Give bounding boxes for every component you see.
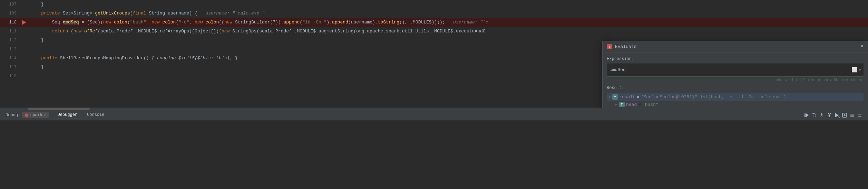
result-row-head[interactable]: ▶ f head = "bash"	[607, 101, 864, 108]
main-container: 107 } 109 private Set<String> getUnixGro…	[0, 0, 868, 189]
result-section: Result: ▼ ∞ result = {$colon$colon@10251…	[607, 86, 864, 108]
session-close[interactable]: ×	[44, 113, 46, 118]
step-out-button[interactable]	[827, 112, 832, 118]
line-num-111: 111	[0, 29, 21, 34]
evaluate-button[interactable]	[842, 112, 847, 118]
svg-rect-12	[829, 116, 830, 117]
svg-point-2	[25, 113, 28, 117]
svg-text:!: !	[609, 45, 611, 48]
result-value-root-str: "List(bash, -c, id -Gn `calc.exe`)"	[695, 94, 789, 100]
result-value-root: {$colon$colon@10251}	[641, 94, 695, 100]
type-badge-head: f	[619, 102, 625, 107]
debug-tabs: Debug: spark × Debugger Console	[0, 110, 868, 120]
code-line-111: 111 return (new ofRef(scala.Predef..MODU…	[0, 27, 868, 36]
line-num-117: 117	[0, 65, 21, 70]
line-num-118: 118	[0, 74, 21, 79]
svg-rect-10	[822, 117, 823, 117]
restore-layout-button[interactable]	[857, 112, 862, 118]
debug-bar: Debug: spark × Debugger Console	[0, 110, 868, 189]
result-name-head: head	[626, 102, 637, 107]
svg-marker-11	[828, 114, 830, 116]
line-num-113: 113	[0, 47, 21, 52]
svg-line-15	[838, 117, 840, 118]
input-icons: ⬜ ▼	[851, 67, 861, 73]
result-row-root[interactable]: ▼ ∞ result = {$colon$colon@10251} "List(…	[607, 93, 864, 101]
code-content-111: return (new ofRef(scala.Predef..MODULE$.…	[28, 27, 868, 36]
dialog-title-text: Evaluate	[615, 44, 636, 49]
expression-wrapper: ⬜ ▼	[607, 63, 864, 76]
execution-arrow	[22, 20, 26, 25]
dropdown-icon[interactable]: ▼	[859, 67, 861, 72]
tab-console[interactable]: Console	[83, 111, 108, 119]
result-value-head: "bash"	[642, 102, 659, 107]
line-num-114: 114	[0, 56, 21, 61]
scrollbar-thumb[interactable]	[28, 108, 90, 110]
line-num-110: 110	[0, 20, 21, 25]
code-content-109: private Set<String> getUnixGroups(final …	[28, 9, 868, 18]
result-equals-root: =	[637, 94, 640, 100]
tab-debugger[interactable]: Debugger	[53, 111, 81, 119]
type-badge-root: ∞	[612, 94, 618, 100]
line-num-107: 107	[0, 2, 21, 7]
result-tree: ▼ ∞ result = {$colon$colon@10251} "List(…	[607, 93, 864, 108]
expression-hint: Use Ctrl+Shift+Enter to add to Watches	[607, 77, 864, 83]
debug-label: Debug: spark ×	[3, 112, 52, 118]
debug-content	[0, 120, 868, 189]
evaluate-dialog: ! Evaluate × Expression: ⬜ ▼ Use Ct	[602, 41, 868, 108]
dialog-header: ! Evaluate ×	[603, 41, 868, 52]
settings-button[interactable]	[849, 112, 855, 118]
expand-icon[interactable]: ⬜	[851, 67, 857, 73]
step-over-button[interactable]	[811, 112, 817, 118]
session-name: spark	[30, 113, 42, 118]
gutter-110	[21, 20, 28, 25]
code-line-109: 109 private Set<String> getUnixGroups(fi…	[0, 9, 868, 18]
debug-toolbar	[804, 112, 865, 118]
result-label: Result:	[607, 86, 864, 90]
dialog-title: ! Evaluate	[607, 44, 636, 49]
svg-rect-14	[830, 113, 831, 114]
svg-rect-3	[804, 113, 806, 117]
code-content-107: }	[28, 0, 868, 9]
debug-text: Debug:	[6, 113, 20, 118]
code-content-110: Seq cmdSeq = (Seq)(new colon("bash", new…	[28, 18, 868, 27]
expand-head[interactable]: ▶	[614, 102, 619, 107]
svg-rect-13	[828, 113, 829, 114]
horizontal-scrollbar[interactable]	[0, 108, 868, 110]
svg-marker-4	[806, 113, 809, 117]
expression-label: Expression:	[607, 57, 864, 61]
expand-root[interactable]: ▼	[607, 94, 612, 100]
step-into-button[interactable]	[819, 112, 825, 118]
evaluate-icon: !	[607, 44, 612, 49]
result-name-root: result	[619, 94, 635, 100]
run-to-cursor-button[interactable]	[834, 112, 840, 118]
line-num-112: 112	[0, 38, 21, 43]
debug-session[interactable]: spark ×	[22, 112, 49, 118]
svg-rect-8	[821, 113, 822, 115]
expression-input[interactable]	[607, 63, 864, 76]
svg-rect-9	[820, 117, 821, 117]
line-num-109: 109	[0, 11, 21, 16]
result-equals-head: =	[638, 102, 641, 107]
code-editor: 107 } 109 private Set<String> getUnixGro…	[0, 0, 868, 108]
resume-button[interactable]	[804, 112, 809, 118]
dialog-body: Expression: ⬜ ▼ Use Ctrl+Shift+Enter to …	[603, 52, 868, 108]
close-button[interactable]: ×	[860, 44, 864, 49]
code-line-110: 110 Seq cmdSeq = (Seq)(new colon("bash",…	[0, 18, 868, 27]
code-line-107: 107 }	[0, 0, 868, 9]
